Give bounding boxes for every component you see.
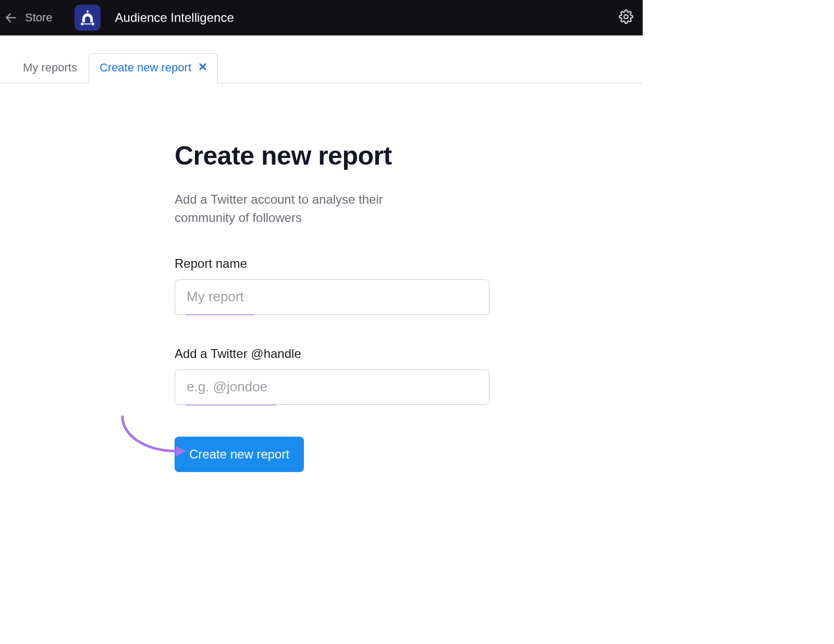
twitter-handle-input[interactable] xyxy=(175,369,489,405)
twitter-handle-label: Add a Twitter @handle xyxy=(175,346,490,361)
tab-label: My reports xyxy=(23,61,77,74)
app-title: Audience Intelligence xyxy=(115,10,234,25)
tab-label: Create new report xyxy=(100,61,191,75)
tab-my-reports[interactable]: My reports xyxy=(11,54,89,83)
form-group-twitter-handle: Add a Twitter @handle xyxy=(175,346,490,405)
app-header: Store Audience Intelligence xyxy=(0,0,643,35)
close-icon[interactable] xyxy=(199,63,207,73)
header-left: Store Audience Intelligence xyxy=(4,5,234,31)
store-link[interactable]: Store xyxy=(25,11,53,24)
svg-point-5 xyxy=(624,15,628,18)
form-group-report-name: Report name xyxy=(175,256,490,315)
back-arrow-icon[interactable] xyxy=(4,11,18,24)
tab-bar: My reports Create new report xyxy=(0,54,643,83)
main-content: Create new report Add a Twitter account … xyxy=(0,83,490,472)
report-name-label: Report name xyxy=(175,256,490,271)
tab-create-new-report[interactable]: Create new report xyxy=(89,53,218,83)
svg-point-3 xyxy=(91,22,94,25)
create-report-button[interactable]: Create new report xyxy=(175,437,304,472)
page-title: Create new report xyxy=(175,141,490,171)
submit-row: Create new report xyxy=(175,437,490,472)
app-logo-icon xyxy=(75,5,101,31)
report-name-input[interactable] xyxy=(175,279,489,315)
svg-point-2 xyxy=(81,22,83,25)
settings-gear-icon[interactable] xyxy=(619,9,633,26)
page-subtitle: Add a Twitter account to analyse their c… xyxy=(175,191,446,227)
svg-point-1 xyxy=(86,10,88,13)
